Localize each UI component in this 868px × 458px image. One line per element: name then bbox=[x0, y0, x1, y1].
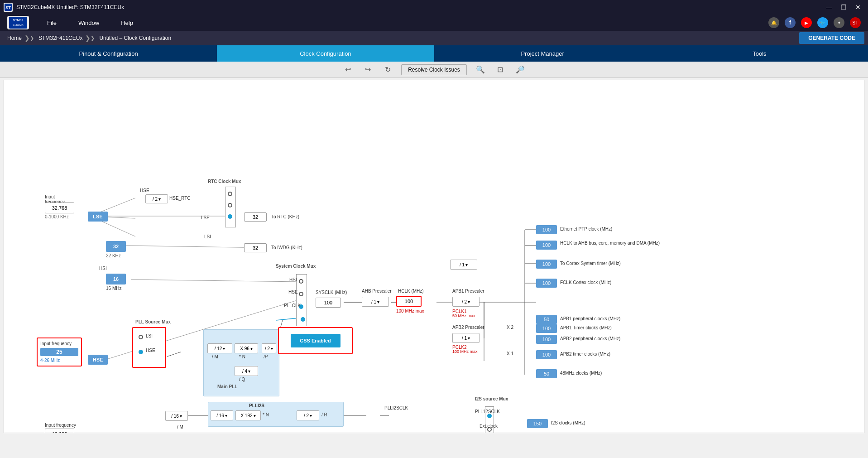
input-freq-hse-range: 4-26 MHz bbox=[40, 358, 78, 363]
apb2-periph-val: 100 bbox=[536, 335, 557, 344]
pll-src-radio-hse[interactable] bbox=[139, 350, 143, 354]
lsi-rc-box: 32 bbox=[106, 241, 126, 252]
pll-m-select[interactable]: / 12▾ bbox=[207, 343, 232, 353]
breadcrumb-home[interactable]: Home bbox=[4, 31, 29, 45]
twitter-icon[interactable]: 🐦 bbox=[817, 17, 828, 28]
tab-pinout[interactable]: Pinout & Configuration bbox=[0, 45, 217, 62]
pll-p-select[interactable]: / 2▾ bbox=[262, 343, 276, 353]
svg-text:ST: ST bbox=[5, 5, 11, 10]
apb2-timer-val: 100 bbox=[536, 350, 557, 359]
tab-tools[interactable]: Tools bbox=[651, 45, 868, 62]
hse-sys-label: HSE bbox=[288, 289, 298, 294]
apb1-periph-label: APB1 peripheral clocks (MHz) bbox=[560, 316, 620, 321]
rtc-val-display: 32 bbox=[244, 212, 267, 222]
rtc-mux-radio-3[interactable] bbox=[228, 214, 232, 219]
hsi-rc-box: 16 bbox=[106, 274, 126, 284]
sys-mux-radio-hse[interactable] bbox=[299, 292, 303, 296]
file-menu[interactable]: File bbox=[43, 18, 60, 28]
zoom-in-button[interactable]: 🔍 bbox=[474, 63, 487, 76]
apb1-timer-mult: X 2 bbox=[507, 325, 513, 330]
css-enabled-container: CSS Enabled bbox=[278, 327, 353, 354]
undo-button[interactable]: ↩ bbox=[341, 63, 354, 76]
sys-mux-pllclk-radio[interactable] bbox=[301, 317, 305, 322]
resolve-clock-button[interactable]: Resolve Clock Issues bbox=[401, 64, 467, 75]
help-menu[interactable]: Help bbox=[117, 18, 137, 28]
apb2-prescaler-select[interactable]: / 1▾ bbox=[452, 333, 480, 343]
window-menu[interactable]: Window bbox=[75, 18, 103, 28]
tab-bar: Pinout & Configuration Clock Configurati… bbox=[0, 45, 868, 62]
st-icon[interactable]: ST bbox=[850, 17, 861, 28]
tab-clock[interactable]: Clock Configuration bbox=[217, 45, 434, 62]
i2s-area: PLLI2S / 16▾ X 192▾ * N / 2▾ / R bbox=[208, 402, 344, 427]
apb1-timer-label: APB1 Timer clocks (MHz) bbox=[560, 325, 612, 330]
cortex-sys-label: To Cortex System timer (MHz) bbox=[560, 261, 621, 266]
hse-rtc-label: HSE_RTC bbox=[169, 196, 191, 201]
rtc-clock-mux-label: RTC Clock Mux bbox=[208, 179, 241, 184]
fit-button[interactable]: ⊡ bbox=[494, 63, 507, 76]
input-freq-hse-value[interactable]: 25 bbox=[40, 348, 78, 356]
pll-p-label: /P bbox=[264, 354, 268, 359]
pll-q-select[interactable]: / 4▾ bbox=[235, 366, 258, 376]
redo-button[interactable]: ↪ bbox=[361, 63, 374, 76]
social-icons: 🔔 f ▶ 🐦 ✦ ST bbox=[768, 17, 861, 28]
plli2s-n-select[interactable]: X 192▾ bbox=[235, 410, 261, 420]
breadcrumb-page[interactable]: Untitled – Clock Configuration bbox=[96, 31, 178, 45]
plli2s-label: PLLI2S bbox=[249, 403, 264, 408]
input-freq-i2s-label: Input frequency bbox=[45, 423, 76, 428]
sysclk-value[interactable]: 100 bbox=[316, 298, 341, 308]
refresh-button[interactable]: ↻ bbox=[381, 63, 394, 76]
hclk-value-box[interactable]: 100 bbox=[396, 296, 422, 307]
pll-n-select[interactable]: X 96▾ bbox=[235, 343, 258, 353]
hsi-rc-label: 16 MHz bbox=[106, 286, 121, 291]
facebook-icon[interactable]: f bbox=[785, 17, 796, 28]
plli2s-m-select[interactable]: / 16▾ bbox=[211, 410, 233, 420]
system-clock-mux-label: System Clock Mux bbox=[276, 264, 316, 269]
youtube-icon[interactable]: ▶ bbox=[801, 17, 812, 28]
hclk-label: HCLK (MHz) bbox=[398, 289, 424, 294]
cortex-sys-val: 100 bbox=[536, 260, 557, 269]
apb1-prescaler-select[interactable]: / 2▾ bbox=[452, 297, 480, 307]
ahb-prescaler-label: AHB Prescaler bbox=[362, 289, 392, 294]
i2s-mux-radio-pll[interactable] bbox=[487, 414, 492, 418]
hse-rtc-div-select[interactable]: / 2▾ bbox=[145, 194, 168, 203]
mhz48-label: 48MHz clocks (MHz) bbox=[560, 371, 602, 376]
cortex-sys-div-select[interactable]: / 1▾ bbox=[450, 260, 477, 270]
toolbar: ↩ ↪ ↻ Resolve Clock Issues 🔍 ⊡ 🔎 bbox=[0, 62, 868, 78]
rtc-mux-radio-2[interactable] bbox=[228, 203, 232, 207]
i2s-label: I2S clocks (MHz) bbox=[551, 420, 585, 425]
maximize-button[interactable]: ❐ bbox=[837, 3, 850, 12]
hclk-ahb-val: 100 bbox=[536, 241, 557, 250]
input-freq-lse-group: Input frequency 32.768 0-1000 KHz bbox=[45, 202, 74, 213]
lse-box[interactable]: LSE bbox=[88, 212, 108, 222]
rtc-mux-radio-1[interactable] bbox=[228, 192, 232, 196]
apb2-prescaler-label: APB2 Prescaler bbox=[452, 325, 484, 330]
plli2s-r-select[interactable]: / 2▾ bbox=[297, 410, 319, 420]
network-icon[interactable]: ✦ bbox=[834, 17, 844, 28]
zoom-out-button[interactable]: 🔎 bbox=[514, 63, 527, 76]
apb2-timer-label: APB2 timer clocks (MHz) bbox=[560, 352, 610, 357]
plli2s-m-ext-select[interactable]: / 16▾ bbox=[165, 411, 188, 421]
generate-code-button[interactable]: GENERATE CODE bbox=[799, 32, 864, 44]
svg-line-11 bbox=[131, 280, 298, 282]
pll-source-mux-label: PLL Source Mux bbox=[135, 319, 171, 324]
minimize-button[interactable]: — bbox=[823, 3, 835, 12]
input-freq-i2s-value[interactable]: 12.288 bbox=[45, 429, 74, 433]
pclk2-max: 100 MHz max bbox=[452, 349, 478, 354]
css-enabled-button[interactable]: CSS Enabled bbox=[291, 334, 340, 347]
input-freq-lse-value[interactable]: 32.768 bbox=[45, 202, 74, 213]
pll-src-radio-lsi[interactable] bbox=[139, 335, 143, 339]
hsi-rc-section-label: HSI bbox=[99, 266, 107, 271]
pll-n-label: * N bbox=[239, 354, 245, 359]
hse-box[interactable]: HSE bbox=[88, 355, 108, 365]
ahb-prescaler-select[interactable]: / 1▾ bbox=[362, 297, 389, 307]
app-logo: STM32 CubeMX bbox=[7, 16, 29, 29]
apb1-periph-val: 50 bbox=[536, 315, 557, 324]
notification-icon[interactable]: 🔔 bbox=[768, 17, 779, 28]
close-button[interactable]: ✕ bbox=[852, 3, 864, 12]
sys-mux-radio-hsi[interactable] bbox=[299, 279, 303, 284]
breadcrumb-device[interactable]: STM32F411CEUx bbox=[35, 31, 90, 45]
rtc-mux-box bbox=[225, 187, 236, 227]
plli2s-r-label: / R bbox=[321, 412, 327, 417]
tab-project[interactable]: Project Manager bbox=[434, 45, 651, 62]
app-icon: ST bbox=[4, 3, 13, 12]
